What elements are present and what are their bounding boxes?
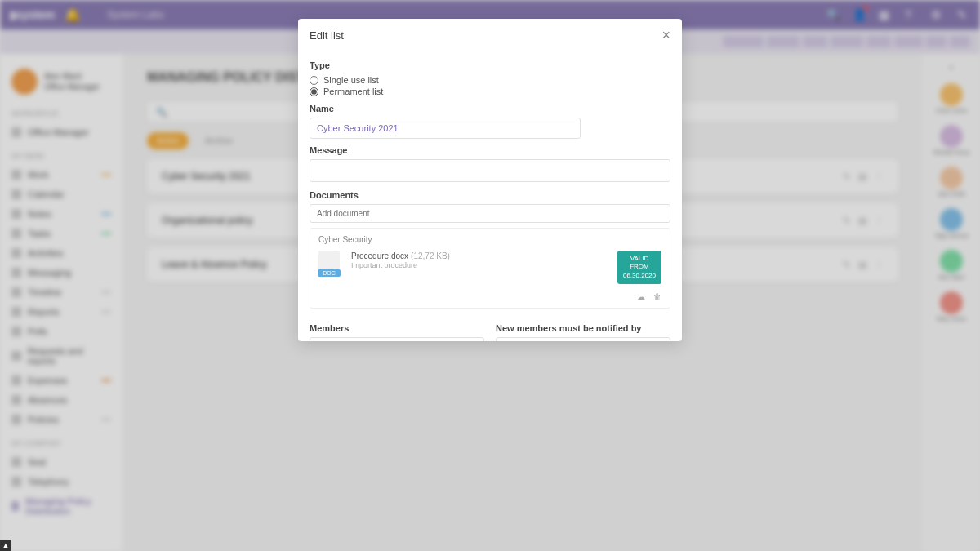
modal-backdrop[interactable]: Edit list × Type Single use list Permame… <box>0 0 980 551</box>
type-label: Type <box>310 60 670 70</box>
message-label: Message <box>310 145 670 155</box>
modal-title: Edit list <box>310 29 344 42</box>
edit-list-modal: Edit list × Type Single use list Permame… <box>298 19 682 341</box>
doc-filename[interactable]: Procedure.docx <box>351 251 408 260</box>
name-label: Name <box>310 104 670 113</box>
radio-single-use[interactable]: Single use list <box>310 74 670 86</box>
doc-description: Important procedure <box>351 261 606 269</box>
name-input[interactable] <box>310 118 581 139</box>
documents-label: Documents <box>310 190 670 200</box>
radio-single-input[interactable] <box>310 76 318 85</box>
download-icon[interactable]: ☁ <box>637 292 645 301</box>
close-icon[interactable]: × <box>662 27 670 44</box>
doc-filesize: (12,72 KB) <box>411 251 450 260</box>
notify-select[interactable]: 3 days ▾ <box>496 337 670 341</box>
document-card: Cyber Security DOC Procedure.docx (12,72… <box>310 228 670 309</box>
members-label: Members <box>310 323 484 333</box>
radio-permanent[interactable]: Permament list <box>310 86 670 97</box>
doc-card-title: Cyber Security <box>318 235 662 244</box>
valid-from-badge: VALID FROM 06.30.2020 <box>617 251 662 284</box>
corner-badge: ▲ <box>0 540 11 551</box>
message-textarea[interactable] <box>310 159 670 182</box>
delete-icon[interactable]: 🗑 <box>653 292 662 301</box>
add-member-input[interactable] <box>310 337 484 341</box>
notify-label: New members must be notified by <box>496 323 670 333</box>
add-document-input[interactable] <box>310 204 670 223</box>
radio-permanent-input[interactable] <box>310 87 318 96</box>
doc-icon: DOC <box>318 251 340 277</box>
